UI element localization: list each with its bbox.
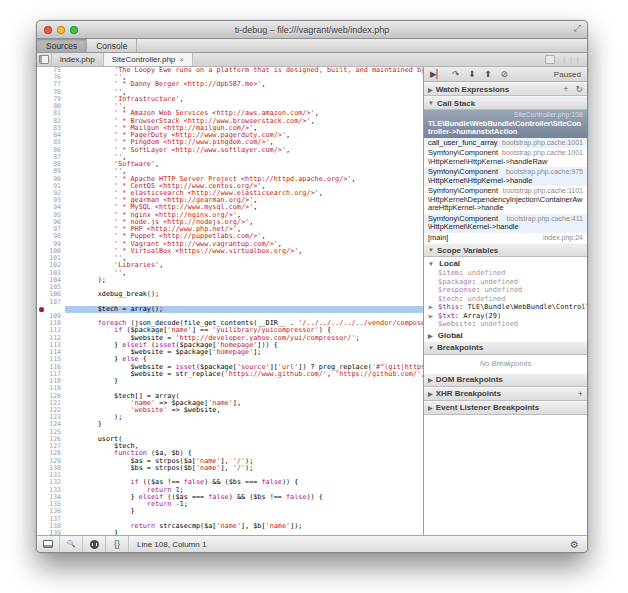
call-stack-frame[interactable]: bootstrap.php.cache:1101Symfony\Componen… xyxy=(424,186,587,214)
code-text: ); xyxy=(65,414,423,421)
refresh-watch-icon[interactable]: ↻ xyxy=(575,84,583,94)
chevron-down-icon: ▼ xyxy=(428,261,434,267)
section-xhr-breakpoints[interactable]: ▶ XHR Breakpoints + xyxy=(424,387,587,401)
code-line: 123 ); xyxy=(37,414,423,421)
add-xhr-breakpoint-icon[interactable]: + xyxy=(578,389,583,399)
code-line: 91 ' * CentOS <http://www.centos.org/>', xyxy=(37,183,423,190)
pretty-print-icon[interactable]: {} xyxy=(106,536,129,552)
section-watch-expressions[interactable]: ▶ Watch Expressions + ↻ xyxy=(424,82,587,96)
code-text xyxy=(65,385,423,392)
code-text: ' * Amazon Web Services <http://aws.amaz… xyxy=(65,110,423,117)
call-stack-frame[interactable]: index.php:24[main] xyxy=(424,233,587,244)
scope-variable-row[interactable]: ▶$this: TLE\Bundle\WebBundle\Controller\ xyxy=(424,303,587,312)
section-scope-variables[interactable]: ▼ Scope Variables xyxy=(424,243,587,257)
close-tab-icon[interactable]: × xyxy=(179,55,184,64)
pause-on-exceptions-icon[interactable] xyxy=(83,536,106,552)
call-stack-frame[interactable]: bootstrap.php.cache:1001call_user_func_a… xyxy=(424,138,587,149)
tab-sources[interactable]: Sources xyxy=(37,39,87,52)
code-line: 82 ' * BrowserStack <http://www.browsers… xyxy=(37,118,423,125)
variable-value: TLE\Bundle\WebBundle\Controller\ xyxy=(468,303,587,311)
code-line: 92 ' * elasticsearch <http://www.elastic… xyxy=(37,190,423,197)
step-into-icon[interactable]: ⬇ xyxy=(468,70,475,78)
step-out-icon[interactable]: ⬆ xyxy=(484,70,491,78)
settings-gear-icon[interactable]: ⚙ xyxy=(570,539,587,550)
code-line: 117 $website = str_replace('https://www.… xyxy=(37,371,423,378)
console-drawer-icon[interactable] xyxy=(37,536,60,552)
title-bar[interactable]: ti-debug – file:///vagrant/web/index.php… xyxy=(37,21,587,39)
scope-variable-row: $website: undefined xyxy=(424,320,587,329)
scope-global-header[interactable]: ▶ Global xyxy=(424,329,587,341)
code-line: 115 } else { xyxy=(37,356,423,363)
section-breakpoints[interactable]: ▼ Breakpoints xyxy=(424,341,587,355)
code-text: ' * node.js <http://nodejs.org/>', xyxy=(65,219,423,226)
fullscreen-icon[interactable]: ⤢ xyxy=(574,23,581,34)
minimize-window-icon[interactable] xyxy=(57,26,65,34)
code-line: 89 '', xyxy=(37,168,423,175)
file-tab-index-php[interactable]: index.php xyxy=(52,53,104,66)
chevron-right-icon[interactable]: ▶ xyxy=(429,303,433,312)
variable-value: undefined xyxy=(468,295,506,303)
variable-value: undefined xyxy=(484,286,522,294)
file-tab-bar: index.php SiteController.php × ❘❘❘ xyxy=(37,53,587,67)
code-text: } xyxy=(65,378,423,385)
section-call-stack[interactable]: ▼ Call Stack xyxy=(424,96,587,110)
scope-variable-row[interactable]: ▶$txt: Array(29) xyxy=(424,312,587,321)
variable-name: $tech xyxy=(438,295,459,303)
scope-variable-row: $item: undefined xyxy=(424,269,587,278)
code-editor[interactable]: 75 'The Loopy Ewe runs on a platform tha… xyxy=(37,67,423,535)
code-line: 94 ' * MySQL <http://www.mysql.com/>', xyxy=(37,204,423,211)
code-line: 77 ' * Danny Berger <http://dpb587.me>', xyxy=(37,81,423,88)
variable-name: $txt xyxy=(438,312,455,320)
current-line-marker-icon xyxy=(39,307,44,312)
tab-console[interactable]: Console xyxy=(87,39,137,52)
add-watch-icon[interactable]: + xyxy=(563,84,568,94)
code-line: 99 ' * Vagrant <http://www.vagrantup.com… xyxy=(37,241,423,248)
code-line: 104 ); xyxy=(37,277,423,284)
call-stack-frame[interactable]: bootstrap.php.cache:411Symfony\Component… xyxy=(424,214,587,233)
call-stack-frame[interactable]: bootstrap.php.cache:1001Symfony\Componen… xyxy=(424,148,587,167)
chevron-right-icon[interactable]: ▶ xyxy=(429,312,433,321)
code-line: 79 'Infrastructure', xyxy=(37,96,423,103)
code-text: function ($a, $b) { xyxy=(65,450,423,457)
step-over-icon[interactable]: ↷ xyxy=(452,70,459,78)
show-navigator-icon[interactable] xyxy=(37,53,52,66)
code-text: xdebug_break(); xyxy=(65,291,423,298)
code-text: '', xyxy=(65,270,423,277)
section-event-listener-breakpoints[interactable]: ▶ Event Listener Breakpoints xyxy=(424,401,587,415)
section-dom-breakpoints[interactable]: ▶ DOM Breakpoints xyxy=(424,373,587,387)
call-stack-frame[interactable]: bootstrap.php.cache:975Symfony\Component… xyxy=(424,167,587,186)
code-text xyxy=(65,516,423,523)
code-line: 114 $website = $package['homepage']; xyxy=(37,349,423,356)
code-line: 75 'The Loopy Ewe runs on a platform tha… xyxy=(37,67,423,74)
code-text: ' * PagerDuty <http://www.pagerduty.com/… xyxy=(65,132,423,139)
code-text: 'website' => $website, xyxy=(65,407,423,414)
cursor-position: Line 108, Column 1 xyxy=(129,540,214,549)
panel-layout-icon[interactable] xyxy=(545,55,555,64)
overflow-tabs-icon: ❘❘❘ xyxy=(561,56,582,64)
debugger-sidebar: ▶▏ ↷ ⬇ ⬆ ⊘ Paused ▶ Watch Expressions + … xyxy=(423,67,587,535)
search-icon[interactable]: 🔍 xyxy=(60,536,83,552)
close-window-icon[interactable] xyxy=(44,26,52,34)
code-text: } else { xyxy=(65,356,423,363)
chevron-right-icon: ▶ xyxy=(428,390,433,397)
deactivate-breakpoints-icon[interactable]: ⊘ xyxy=(500,70,507,78)
code-line: 85 ' * Pingdom <http://www.pingdom.com/>… xyxy=(37,139,423,146)
code-text: ' * CentOS <http://www.centos.org/>', xyxy=(65,183,423,190)
code-line: 109 xyxy=(37,313,423,320)
zoom-window-icon[interactable] xyxy=(70,26,78,34)
code-text: $tech[] = array( xyxy=(65,393,423,400)
line-number[interactable]: 139 xyxy=(37,530,65,535)
frame-function-name: Symfony\Component\HttpKernel\Kernel->han… xyxy=(428,214,519,232)
code-line: 84 ' * PagerDuty <http://www.pagerduty.c… xyxy=(37,132,423,139)
line-number[interactable]: 107 xyxy=(37,299,65,306)
call-stack-frame[interactable]: SiteController.php:108TLE\Bundle\WebBund… xyxy=(424,110,587,138)
code-text: $bs = strpos($b['name'], '/'); xyxy=(65,465,423,472)
code-text: } xyxy=(65,421,423,428)
code-text: } elseif (($as === false) && ($bs !== fa… xyxy=(65,494,423,501)
file-tab-sitecontroller-php[interactable]: SiteController.php × xyxy=(104,53,193,66)
code-line: 96 ' * node.js <http://nodejs.org/>', xyxy=(37,219,423,226)
scope-local-header[interactable]: ▼ Local xyxy=(424,257,587,269)
code-line: 103 '', xyxy=(37,270,423,277)
frame-location: bootstrap.php.cache:1001 xyxy=(502,139,583,148)
resume-icon[interactable]: ▶▏ xyxy=(430,70,443,78)
